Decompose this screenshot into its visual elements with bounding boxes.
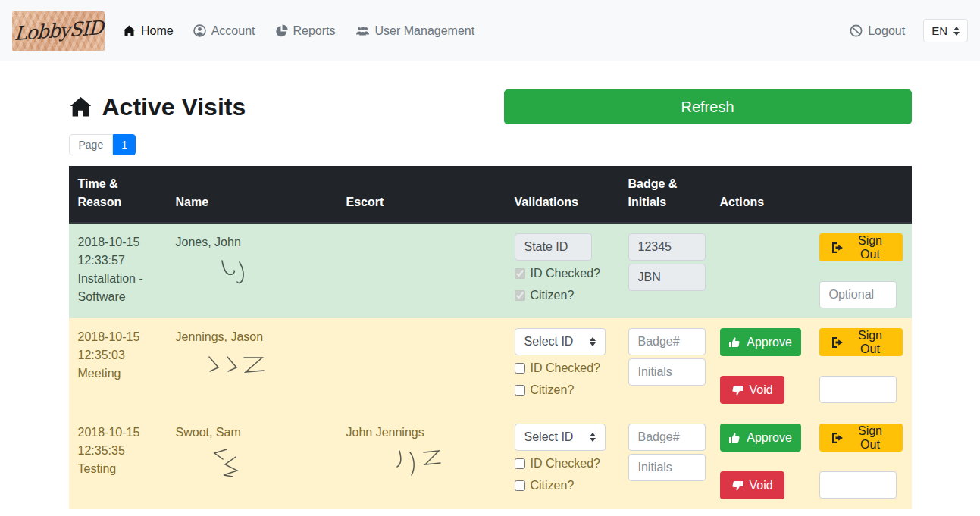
language-selected-value: EN [931,24,947,37]
language-select[interactable]: EN [923,19,968,42]
sign-out-button[interactable]: Sign Out [819,328,903,356]
title-row: Active Visits Refresh [69,89,912,124]
citizen-checkbox [515,290,525,301]
escort-name: John Jennings [346,424,496,442]
sign-out-icon [831,432,844,444]
id-type-select[interactable]: Select ID [515,424,606,451]
validations-cell: Select ID ID Checked? Citizen? [506,318,619,414]
logout-link[interactable]: Logout [850,24,905,38]
citizen-row: Citizen? [515,477,610,495]
approve-button[interactable]: Approve [720,328,801,356]
thumbs-up-icon [728,336,740,349]
id-checked-label: ID Checked? [531,359,601,377]
visit-reason: Meeting [78,364,158,383]
initials-input[interactable] [628,454,706,481]
void-button[interactable]: Void [720,376,784,404]
nav-item-account[interactable]: Account [193,24,255,38]
col-header-escort: Escort [337,166,506,223]
nav-item-user-management-label: User Management [375,24,475,38]
page-title-text: Active Visits [102,93,246,121]
id-type-select[interactable]: Select ID [515,328,606,355]
badge-input[interactable] [628,328,706,355]
badge-initials-cell [619,318,711,414]
id-checked-row: ID Checked? [515,455,610,473]
thumbs-down-icon [731,480,744,492]
name-cell: Jennings, Jason [167,318,337,414]
main-nav: Home Account Reports User Management [123,24,831,38]
signout-column: Sign Out [819,424,903,499]
signature-image [392,448,460,481]
id-checked-label: ID Checked? [531,455,601,473]
validations-cell: ID Checked? Citizen? [506,223,619,318]
main-content: Active Visits Refresh Page 1 Time & Reas… [69,89,912,509]
citizen-label: Citizen? [531,381,575,399]
id-checked-checkbox[interactable] [515,363,525,374]
sign-out-button[interactable]: Sign Out [819,233,903,261]
top-navbar: LobbySID Home Account Reports User Manag… [0,0,980,61]
signature-image [210,446,255,481]
nav-item-home[interactable]: Home [123,24,174,38]
col-header-actions: Actions [711,166,912,223]
escort-cell [337,223,506,318]
chevron-updown-icon [590,337,596,346]
badge-input [628,233,706,261]
visit-reason: Installation - Software [78,270,158,306]
nav-item-reports-label: Reports [293,24,336,38]
pagination-page-1[interactable]: 1 [113,134,136,155]
nav-item-user-management[interactable]: User Management [355,24,475,38]
chevron-updown-icon [590,433,596,442]
refresh-button[interactable]: Refresh [504,89,912,124]
sign-out-button[interactable]: Sign Out [819,424,903,452]
time-reason-cell: 2018-10-15 12:35:35 Testing [69,414,167,509]
id-checked-checkbox[interactable] [515,458,525,469]
visit-time: 2018-10-15 12:35:03 [78,328,158,364]
signout-note-input[interactable] [819,376,897,403]
users-icon [355,25,370,37]
page-title: Active Visits [69,93,246,121]
void-button[interactable]: Void [720,471,784,499]
account-icon [193,24,206,37]
validations-cell: Select ID ID Checked? Citizen? [506,414,619,509]
visitor-name: Jennings, Jason [176,328,328,346]
nav-item-home-label: Home [141,24,174,38]
sign-out-icon [831,336,844,349]
col-header-time-reason: Time & Reason [69,166,167,223]
approve-button[interactable]: Approve [720,424,801,452]
actions-cell: Sign Out [711,223,912,318]
badge-initials-cell [619,414,711,509]
citizen-checkbox[interactable] [515,385,525,396]
signout-note-input[interactable] [819,281,897,308]
signout-column: Sign Out [819,328,903,404]
id-checked-row: ID Checked? [515,359,610,377]
thumbs-up-icon [728,432,740,444]
badge-initials-cell [619,223,711,318]
reports-icon [275,24,288,37]
name-cell: Jones, John [167,223,337,318]
col-header-name: Name [167,166,337,223]
badge-input[interactable] [628,424,706,451]
id-type-input [515,233,592,261]
home-icon [123,25,136,37]
initials-input [628,264,706,291]
citizen-checkbox[interactable] [515,480,525,491]
citizen-row: Citizen? [515,381,610,399]
name-cell: Swoot, Sam [167,414,337,509]
initials-input[interactable] [628,358,706,386]
visitor-name: Jones, John [176,233,328,252]
id-checked-label: ID Checked? [531,264,601,283]
escort-cell: John Jennings [337,414,506,509]
signout-note-input[interactable] [819,471,897,499]
nav-item-reports[interactable]: Reports [275,24,336,38]
home-icon [69,96,92,118]
visit-time: 2018-10-15 12:35:35 [78,424,158,460]
approve-void-column: Approve Void [720,424,801,499]
approve-void-column [720,233,801,308]
lobby-logo-text: LobbySID [14,17,103,45]
navbar-right: Logout EN [850,19,968,42]
lobby-logo[interactable]: LobbySID [12,11,105,51]
col-header-badge-initials: Badge & Initials [619,166,711,223]
time-reason-cell: 2018-10-15 12:35:03 Meeting [69,318,167,414]
logout-icon [850,24,863,37]
citizen-row: Citizen? [515,286,610,305]
visit-row: 2018-10-15 12:33:57 Installation - Softw… [69,223,912,318]
